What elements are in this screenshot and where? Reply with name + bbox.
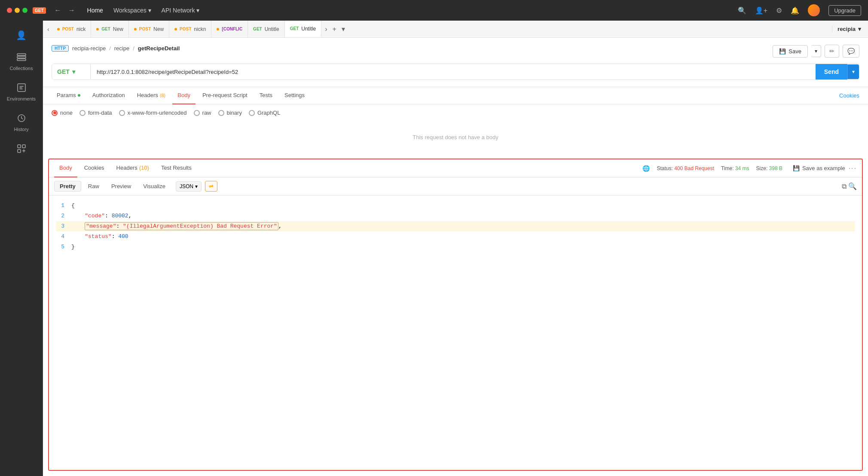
response-tab-headers[interactable]: Headers (10) [111, 159, 154, 177]
tab-get-untitle-2[interactable]: GET Untitle [285, 21, 322, 38]
tab-post-new[interactable]: POST New [129, 21, 169, 38]
forward-button[interactable]: → [68, 6, 75, 14]
body-raw-option[interactable]: raw [194, 110, 211, 116]
req-tab-prerequest[interactable]: Pre-request Script [197, 87, 253, 104]
tab-get-untitle-1[interactable]: GET Untitle [248, 21, 285, 38]
add-tab-button[interactable]: + [331, 25, 338, 33]
no-body-message: This request does not have a body [43, 121, 868, 153]
filter-button[interactable]: ⇌ [205, 181, 217, 192]
breadcrumb-actions: 💾 Save ▾ ✏ 💬 [773, 45, 859, 58]
req-tab-params[interactable]: Params [52, 87, 86, 104]
send-dropdown-button[interactable]: ▾ [847, 64, 859, 79]
avatar[interactable] [808, 4, 820, 16]
response-area: Body Cookies Headers (10) Test Results 🌐… [48, 159, 863, 471]
graphql-radio[interactable] [249, 110, 255, 116]
sidebar-item-environments[interactable]: Environments [3, 79, 40, 106]
save-icon: 💾 [793, 165, 800, 171]
body-graphql-option[interactable]: GraphQL [249, 110, 280, 116]
json-line-2: 2 "code": 80002, [56, 211, 855, 221]
workspaces-menu[interactable]: Workspaces ▾ [113, 7, 151, 14]
status-label: Status: 400 Bad Request [657, 165, 714, 171]
maximize-button[interactable] [22, 8, 28, 13]
history-icon [17, 113, 26, 125]
response-tab-test-results[interactable]: Test Results [156, 159, 197, 177]
binary-radio[interactable] [218, 110, 224, 116]
workspace-chevron: ▾ [858, 26, 861, 32]
collections-label: Collections [10, 66, 33, 71]
url-input[interactable] [91, 64, 816, 79]
method-badge: GET [33, 7, 46, 14]
response-meta: 🌐 Status: 400 Bad Request Time: 34 ms Si… [642, 165, 857, 172]
response-format-bar: Pretty Raw Preview Visualize JSON ▾ ⇌ ⧉ … [49, 177, 862, 195]
add-user-icon[interactable]: 👤+ [755, 6, 767, 15]
body-form-data-option[interactable]: form-data [79, 110, 112, 116]
api-network-menu[interactable]: API Network ▾ [162, 7, 200, 14]
tabs-scroll-right[interactable]: › [323, 25, 329, 33]
save-example-button[interactable]: 💾 Save as example [793, 165, 845, 171]
response-tab-cookies[interactable]: Cookies [79, 159, 110, 177]
workspace-selector[interactable]: recipia ▾ [832, 26, 866, 32]
tab-dot [96, 28, 99, 31]
response-tab-body[interactable]: Body [54, 159, 77, 177]
none-radio[interactable] [52, 110, 58, 116]
req-tab-tests[interactable]: Tests [254, 87, 278, 104]
url-bar: GET ▾ Send ▾ [52, 64, 859, 80]
title-items: Home Workspaces ▾ API Network ▾ [87, 7, 200, 14]
comment-button[interactable]: 💬 [843, 45, 859, 58]
save-button[interactable]: 💾 Save [773, 45, 808, 58]
search-response-button[interactable]: 🔍 [848, 182, 857, 190]
tabs-dropdown-button[interactable]: ▾ [340, 25, 347, 33]
tab-get-new[interactable]: GET New [91, 21, 129, 38]
urlencoded-radio[interactable] [119, 110, 125, 116]
home-link[interactable]: Home [87, 7, 103, 14]
method-selector[interactable]: GET ▾ [52, 64, 91, 79]
title-right: 🔍 👤+ ⚙ 🔔 Upgrade [738, 4, 861, 16]
preview-button[interactable]: Preview [106, 181, 136, 191]
more-options-button[interactable]: ··· [849, 165, 857, 172]
req-tab-settings[interactable]: Settings [279, 87, 310, 104]
svg-rect-6 [22, 145, 25, 148]
svg-rect-1 [17, 56, 26, 58]
edit-button[interactable]: ✏ [825, 45, 839, 58]
bell-icon[interactable]: 🔔 [791, 6, 799, 15]
cookies-link[interactable]: Cookies [839, 92, 859, 99]
tab-post-nick[interactable]: POST nick [52, 21, 92, 38]
search-icon[interactable]: 🔍 [738, 6, 746, 15]
tab-conflict[interactable]: [CONFLIC [211, 21, 248, 38]
pretty-button[interactable]: Pretty [54, 181, 81, 192]
sidebar-item-history[interactable]: History [3, 109, 40, 136]
copy-button[interactable]: ⧉ [842, 183, 847, 190]
sidebar-item-apps[interactable] [3, 140, 40, 160]
json-format-selector[interactable]: JSON ▾ [176, 181, 202, 192]
upgrade-button[interactable]: Upgrade [828, 5, 861, 16]
settings-icon[interactable]: ⚙ [776, 6, 782, 15]
tab-post-nickn[interactable]: POST nickn [169, 21, 211, 38]
tab-dot [217, 28, 219, 31]
close-button[interactable] [7, 8, 12, 13]
body-binary-option[interactable]: binary [218, 110, 242, 116]
send-button[interactable]: Send [816, 64, 847, 79]
size-label: Size: 398 B [756, 165, 782, 171]
tabs-scroll-left[interactable]: ‹ [45, 26, 52, 33]
breadcrumb-path1[interactable]: recipia-recipe [72, 45, 106, 52]
req-tab-auth[interactable]: Authorization [87, 87, 130, 104]
breadcrumb-endpoint[interactable]: getRecipeDetail [138, 45, 180, 52]
breadcrumb-path2[interactable]: recipe [114, 45, 129, 52]
body-none-option[interactable]: none [52, 110, 73, 116]
tab-dot [134, 28, 137, 31]
raw-button[interactable]: Raw [83, 181, 104, 191]
body-urlencoded-option[interactable]: x-www-form-urlencoded [119, 110, 187, 116]
raw-radio[interactable] [194, 110, 200, 116]
form-data-radio[interactable] [79, 110, 86, 116]
sidebar-item-account[interactable]: 👤 [3, 26, 40, 45]
svg-rect-2 [17, 59, 26, 61]
req-tab-body[interactable]: Body [172, 87, 196, 104]
environments-icon [17, 83, 26, 95]
apps-icon [17, 144, 26, 156]
visualize-button[interactable]: Visualize [138, 181, 171, 191]
req-tab-headers[interactable]: Headers (8) [132, 87, 171, 104]
sidebar-item-collections[interactable]: Collections [3, 48, 40, 75]
save-dropdown-button[interactable]: ▾ [811, 45, 821, 57]
minimize-button[interactable] [15, 8, 20, 13]
back-button[interactable]: ← [55, 6, 61, 14]
